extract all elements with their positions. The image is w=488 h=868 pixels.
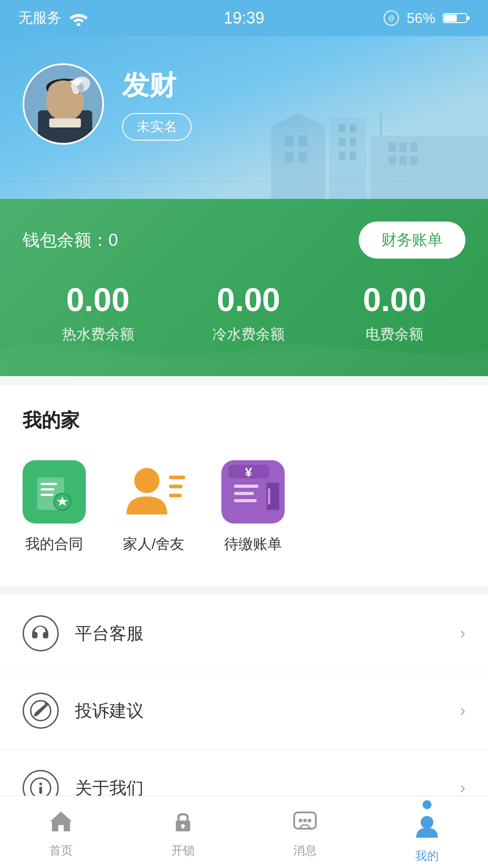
svg-rect-35 xyxy=(41,483,57,485)
financial-btn[interactable]: 财务账单 xyxy=(359,222,465,259)
svg-text:¥: ¥ xyxy=(245,465,252,479)
my-home-section: 我的家 我的合同 xyxy=(0,385,488,586)
tab-lock[interactable]: 开锁 xyxy=(122,806,244,859)
svg-rect-33 xyxy=(49,118,81,127)
customer-service-item[interactable]: 平台客服 › xyxy=(0,595,488,672)
bill-icon: ¥ xyxy=(221,460,285,524)
tab-lock-label: 开锁 xyxy=(171,843,195,859)
svg-rect-56 xyxy=(39,787,42,794)
lock-icon xyxy=(169,808,197,835)
svg-rect-48 xyxy=(234,485,258,488)
chevron-icon-0: › xyxy=(460,624,465,643)
wallet-section: 钱包余额：0 财务账单 0.00 热水费余额 0.00 冷水费余额 0.00 电… xyxy=(0,199,488,376)
family-roommate-item[interactable]: 家人/舍友 xyxy=(122,460,185,554)
hot-water-value: 0.00 xyxy=(66,281,130,318)
avatar[interactable] xyxy=(23,63,104,145)
battery-icon xyxy=(443,11,470,25)
pending-bills-label: 待缴账单 xyxy=(224,534,282,554)
family-icon xyxy=(122,460,185,524)
svg-rect-49 xyxy=(234,492,254,495)
svg-point-29 xyxy=(46,83,84,121)
family-roommate-icon-box xyxy=(122,460,185,524)
tab-bar: 首页 开锁 消息 xyxy=(0,796,488,868)
edit-icon-container xyxy=(23,693,59,729)
my-contract-icon-box xyxy=(23,460,86,524)
svg-rect-50 xyxy=(234,499,257,502)
svg-point-64 xyxy=(421,816,433,829)
chevron-icon-1: › xyxy=(460,701,465,720)
svg-point-61 xyxy=(299,819,302,822)
message-tab-icon xyxy=(289,806,321,837)
customer-service-label: 平台客服 xyxy=(75,622,444,645)
person-icon xyxy=(413,813,441,840)
status-bar: 无服务 19:39 @ 56% xyxy=(0,0,488,36)
profile-badge[interactable]: 未实名 xyxy=(122,113,192,141)
svg-rect-4 xyxy=(467,16,469,20)
pending-bills-icon-box: ¥ xyxy=(221,460,285,524)
pending-bills-item[interactable]: ¥ 待缴账单 xyxy=(221,460,285,554)
contract-icon xyxy=(32,469,77,514)
list-section: 平台客服 › 投诉建议 › 关于我们 › xyxy=(0,595,488,826)
svg-rect-36 xyxy=(41,488,54,491)
tab-home[interactable]: 首页 xyxy=(0,806,122,859)
profile-info: 发财 未实名 xyxy=(122,67,192,141)
lock-tab-icon xyxy=(167,806,199,837)
chevron-icon-2: › xyxy=(460,778,465,797)
my-tab-icon xyxy=(411,811,443,843)
svg-point-63 xyxy=(308,819,311,822)
headphone-icon xyxy=(29,622,52,645)
carrier-label: 无服务 xyxy=(18,8,61,28)
tab-my[interactable]: 我的 xyxy=(366,800,488,864)
svg-rect-37 xyxy=(41,494,53,496)
edit-icon xyxy=(29,699,52,722)
avatar-image xyxy=(24,65,104,145)
wallet-wave xyxy=(0,322,488,376)
message-icon xyxy=(291,808,319,835)
headphone-icon-container xyxy=(23,615,59,651)
tab-my-label: 我的 xyxy=(415,848,439,864)
profile-content: 发财 未实名 xyxy=(0,36,488,163)
my-home-title: 我的家 xyxy=(23,408,465,433)
svg-point-41 xyxy=(134,468,160,493)
battery-label: 56% xyxy=(407,10,436,27)
profile-name: 发财 xyxy=(122,67,192,104)
complaint-label: 投诉建议 xyxy=(75,699,444,722)
svg-text:@: @ xyxy=(388,14,394,22)
svg-rect-3 xyxy=(444,14,457,22)
wifi-icon xyxy=(69,10,89,26)
home-icon xyxy=(47,808,75,835)
svg-rect-59 xyxy=(182,826,184,829)
cold-water-value: 0.00 xyxy=(217,281,280,318)
header-section: 发财 未实名 xyxy=(0,36,488,199)
status-right: @ 56% xyxy=(383,10,470,27)
status-time: 19:39 xyxy=(224,9,264,28)
my-contract-label: 我的合同 xyxy=(25,534,83,554)
family-roommate-label: 家人/舍友 xyxy=(123,534,185,554)
tab-home-label: 首页 xyxy=(49,843,73,859)
complaint-item[interactable]: 投诉建议 › xyxy=(0,672,488,750)
home-icons-row: 我的合同 家人/舍友 xyxy=(23,460,465,568)
lock-status-icon: @ xyxy=(383,10,399,26)
my-contract-item[interactable]: 我的合同 xyxy=(23,460,86,554)
wallet-top-row: 钱包余额：0 财务账单 xyxy=(23,222,465,259)
status-left: 无服务 xyxy=(18,8,89,28)
svg-point-55 xyxy=(39,783,42,785)
tab-message[interactable]: 消息 xyxy=(244,806,366,859)
svg-point-30 xyxy=(46,79,84,97)
electricity-value: 0.00 xyxy=(363,281,426,318)
svg-point-62 xyxy=(303,819,307,822)
tab-message-label: 消息 xyxy=(293,843,317,859)
wallet-balance-label: 钱包余额：0 xyxy=(23,229,118,252)
home-tab-icon xyxy=(45,806,77,837)
tab-my-active-dot xyxy=(422,800,432,809)
svg-rect-52 xyxy=(268,488,270,505)
